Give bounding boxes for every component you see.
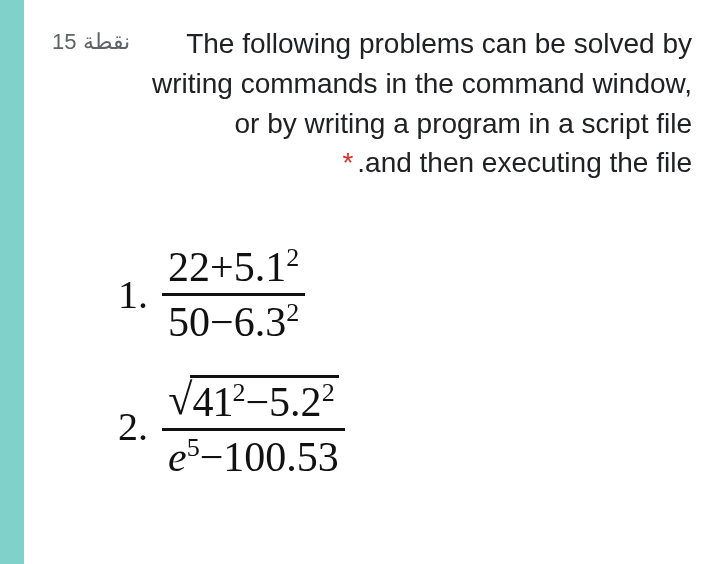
- question-body: The following problems can be solved by …: [152, 28, 692, 178]
- rad-b-exp: 2: [322, 378, 335, 407]
- problem-2: 2. √ 412−5.22 e5−100.53: [118, 373, 692, 482]
- radicand: 412−5.22: [190, 375, 338, 426]
- square-root: √ 412−5.22: [168, 375, 338, 426]
- e-base: e: [168, 434, 187, 480]
- problems-list: 1. 22+5.12 50−6.32 2. √ 412−5.22: [52, 233, 692, 481]
- den-rest: −100.53: [200, 434, 339, 480]
- denominator: e5−100.53: [162, 431, 345, 481]
- points-label: 15 نقطة: [52, 24, 130, 55]
- sidebar-accent: [0, 0, 24, 564]
- fraction: 22+5.12 50−6.32: [162, 243, 305, 347]
- numerator: 22+5.12: [162, 243, 305, 296]
- problem-number: 2.: [118, 403, 148, 450]
- rad-mid: −5.2: [245, 379, 321, 425]
- question-header: 15 نقطة The following problems can be so…: [52, 24, 692, 183]
- problem-1: 1. 22+5.12 50−6.32: [118, 243, 692, 347]
- problem-number: 1.: [118, 271, 148, 318]
- den-exp: 2: [286, 298, 299, 327]
- fraction: √ 412−5.22 e5−100.53: [162, 373, 345, 482]
- num-exp: 2: [286, 243, 299, 272]
- e-exp: 5: [187, 433, 200, 462]
- rad-a-exp: 2: [232, 378, 245, 407]
- num-base: 22+5.1: [168, 244, 286, 290]
- denominator: 50−6.32: [162, 296, 305, 346]
- den-base: 50−6.3: [168, 299, 286, 345]
- rad-a: 41: [192, 379, 232, 425]
- numerator: √ 412−5.22: [162, 373, 344, 431]
- question-text: The following problems can be solved by …: [144, 24, 692, 183]
- question-block: 15 نقطة The following problems can be so…: [24, 0, 720, 507]
- radical-symbol: √: [168, 378, 192, 422]
- required-marker: *: [342, 147, 353, 178]
